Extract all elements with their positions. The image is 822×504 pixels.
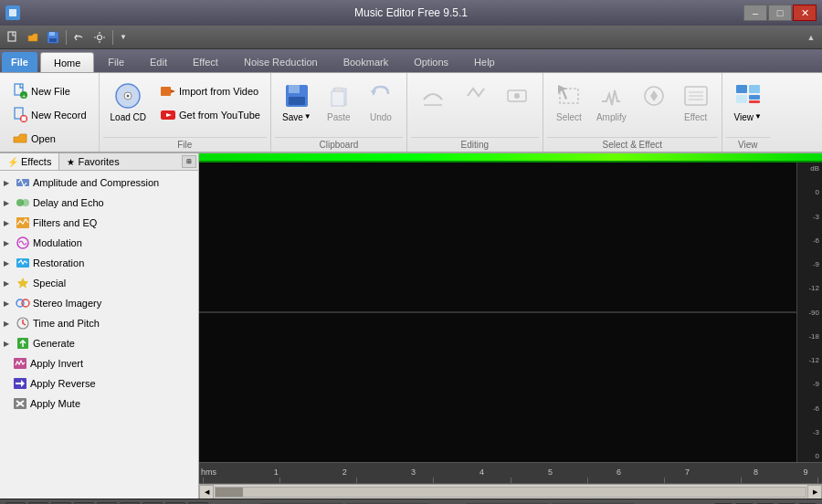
delay-icon <box>16 195 30 210</box>
paste-button[interactable]: Paste <box>319 77 359 125</box>
list-item-apply-invert[interactable]: Apply Invert <box>0 353 198 373</box>
tab-options[interactable]: Options <box>401 52 461 72</box>
list-item-apply-reverse[interactable]: Apply Reverse <box>0 373 198 394</box>
tab-file-button[interactable]: File <box>2 52 37 72</box>
list-item-stereo[interactable]: ▶ Stereo Imagery <box>0 293 198 313</box>
expand-arrow-delay[interactable]: ▶ <box>4 199 13 207</box>
svg-rect-34 <box>736 85 747 93</box>
svg-marker-45 <box>17 278 28 289</box>
waveform-track-top[interactable] <box>199 163 796 313</box>
import-video-label: Import from Video <box>179 86 258 97</box>
svg-rect-0 <box>8 32 16 41</box>
qa-save-button[interactable] <box>44 29 62 46</box>
waveform-track-bottom[interactable] <box>199 313 796 462</box>
scroll-right-button[interactable]: ▶ <box>807 485 822 499</box>
new-file-icon: + <box>12 83 28 100</box>
effect-label: Effect <box>684 112 707 122</box>
tab-effect[interactable]: Effect <box>180 52 231 72</box>
amplitude-icon <box>16 175 30 190</box>
ribbon-content: + New File New Record Open <box>0 73 822 153</box>
close-button[interactable]: ✕ <box>793 5 817 21</box>
tab-file2[interactable]: File <box>95 52 137 72</box>
svg-rect-10 <box>22 117 26 121</box>
list-item-restoration[interactable]: ▶ Restoration <box>0 253 198 273</box>
load-cd-button[interactable]: Load CD <box>105 77 152 125</box>
effect-button[interactable]: Effect <box>676 77 716 125</box>
scrollbar-thumb[interactable] <box>216 488 243 497</box>
scrollbar-track[interactable] <box>215 487 806 498</box>
tab-bookmark[interactable]: Bookmark <box>331 52 402 72</box>
new-file-button[interactable]: + New File <box>7 80 75 102</box>
effect-icon <box>681 81 711 110</box>
title-bar: Music Editor Free 9.5.1 – □ ✕ <box>0 0 822 26</box>
panel-expand-button[interactable]: ⊞ <box>182 155 196 168</box>
paste-label: Paste <box>327 112 351 122</box>
save-dropdown-arrow[interactable]: ▼ <box>304 112 311 121</box>
svg-rect-37 <box>749 95 760 100</box>
load-cd-label: Load CD <box>111 112 146 122</box>
svg-point-4 <box>98 35 102 39</box>
qa-undo-button[interactable] <box>70 29 89 46</box>
tab-help[interactable]: Help <box>461 52 508 72</box>
expand-arrow-time[interactable]: ▶ <box>4 320 13 328</box>
expand-arrow-generate[interactable]: ▶ <box>4 340 13 348</box>
waveform-container: dB 0 -3 -6 -9 -12 -90 -18 -12 -9 -6 -3 0… <box>199 153 822 499</box>
view-button[interactable]: View ▼ <box>728 77 768 125</box>
effects-tab[interactable]: ⚡ Effects <box>0 153 59 170</box>
qa-new-button[interactable] <box>4 29 22 46</box>
new-record-button[interactable]: New Record <box>7 104 91 126</box>
expand-arrow-amplitude[interactable]: ▶ <box>4 179 13 187</box>
editing-tool-3[interactable] <box>497 77 537 115</box>
amplify-label: Amplify <box>596 112 627 122</box>
file-group-label: File <box>103 137 267 152</box>
list-item-delay[interactable]: ▶ Delay and Echo <box>0 193 198 213</box>
special-icon <box>16 276 30 290</box>
expand-arrow-filters[interactable]: ▶ <box>4 219 13 227</box>
expand-arrow-special[interactable]: ▶ <box>4 279 13 288</box>
tab-noise-reduction[interactable]: Noise Reduction <box>231 52 331 72</box>
list-item-apply-mute[interactable]: Apply Mute <box>0 394 198 414</box>
db-label-n3: -3 <box>800 213 819 221</box>
list-item-special[interactable]: ▶ Special <box>0 273 198 293</box>
svg-rect-3 <box>49 38 57 42</box>
list-item-modulation[interactable]: ▶ Modulation <box>0 233 198 253</box>
ribbon-tabs: File Home File Edit Effect Noise Reducti… <box>0 49 822 73</box>
scroll-left-button[interactable]: ◀ <box>199 485 214 499</box>
ribbon-collapse-button[interactable]: ▲ <box>804 30 818 45</box>
amplify-button[interactable]: Amplify <box>591 77 632 125</box>
minimize-button[interactable]: – <box>743 5 767 21</box>
editing-tool-1[interactable] <box>413 77 453 115</box>
view-dropdown-arrow[interactable]: ▼ <box>754 112 762 121</box>
select-button[interactable]: Select <box>549 77 589 125</box>
list-item-amplitude[interactable]: ▶ Amplitude and Compression <box>0 173 198 193</box>
new-record-label: New Record <box>31 110 87 121</box>
editing-tool-2[interactable] <box>455 77 495 115</box>
list-item-generate[interactable]: ▶ Generate <box>0 333 198 353</box>
list-item-filters[interactable]: ▶ Filters and EQ <box>0 213 198 233</box>
import-video-button[interactable]: Import from Video <box>155 80 265 102</box>
get-youtube-button[interactable]: Get from YouTube <box>155 104 265 126</box>
undo-button[interactable]: Undo <box>361 77 401 125</box>
view-icon <box>733 81 763 110</box>
expand-arrow-stereo[interactable]: ▶ <box>4 299 13 308</box>
db-label-n18: -18 <box>800 332 819 341</box>
apply-invert-icon <box>13 356 27 371</box>
open-button[interactable]: Open <box>7 128 60 150</box>
expand-arrow-modulation[interactable]: ▶ <box>4 239 13 247</box>
stereo-label: Stereo Imagery <box>33 298 101 309</box>
tab-home[interactable]: Home <box>40 52 94 72</box>
qa-settings-button[interactable] <box>90 29 109 46</box>
effect-tool-1[interactable] <box>634 77 674 115</box>
db-label-n12a: -12 <box>800 284 819 292</box>
qa-open-button[interactable] <box>24 29 42 46</box>
list-item-time-pitch[interactable]: ▶ Time and Pitch <box>0 313 198 333</box>
tab-edit[interactable]: Edit <box>137 52 180 72</box>
ribbon-group-home-quick: + New File New Record Open <box>0 73 100 152</box>
save-button[interactable]: Save ▼ <box>277 77 317 123</box>
expand-arrow-restoration[interactable]: ▶ <box>4 259 13 268</box>
qa-dropdown-button[interactable]: ▼ <box>117 29 130 46</box>
maximize-button[interactable]: □ <box>768 5 792 21</box>
apply-reverse-label: Apply Reverse <box>30 378 96 389</box>
panel-tabs: ⚡ Effects ★ Favorites ⊞ <box>0 153 198 171</box>
favorites-tab[interactable]: ★ Favorites <box>59 153 126 170</box>
